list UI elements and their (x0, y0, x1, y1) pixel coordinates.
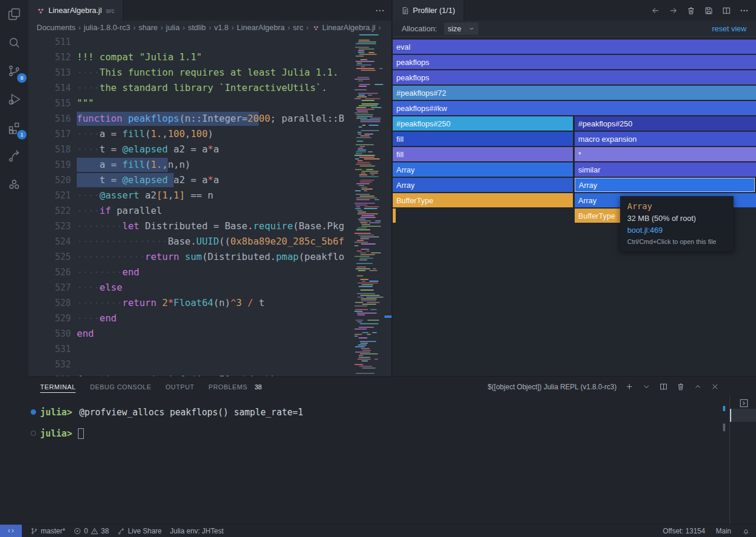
breadcrumb-item[interactable]: Documents (37, 23, 76, 32)
plus-button[interactable] (625, 382, 634, 391)
live-share-icon (117, 527, 125, 535)
terminal-list-selected-item[interactable] (730, 409, 756, 422)
code-line[interactable]: 523········let Distributed = Base.requir… (28, 219, 353, 234)
trash-icon (676, 382, 685, 391)
flame-bar-peakflops[interactable]: peakflops (393, 55, 756, 69)
terminal-title: $([object Object]) Julia REPL (v1.8.0-rc… (488, 383, 617, 391)
live-share-item[interactable]: Live Share (117, 527, 161, 535)
julia-repl-terminal-icon[interactable] (739, 398, 749, 408)
remote-indicator[interactable] (0, 525, 22, 537)
reset-view-link[interactable]: reset view (712, 24, 747, 33)
code-line[interactable]: 528········return 2*Float64(n)^3 / t (28, 295, 353, 311)
editor-more-actions-icon[interactable]: ⋯ (375, 6, 384, 15)
code-line[interactable]: 511 (28, 34, 353, 50)
activity-item-julia[interactable] (0, 170, 28, 198)
breadcrumb-item[interactable]: julia (166, 23, 180, 32)
code-line[interactable]: 512!!! compat "Julia 1.1" (28, 50, 353, 65)
code-line[interactable]: 516function peakflops(n::Integer=2000; p… (28, 111, 353, 126)
tab-terminal[interactable]: TERMINAL (40, 377, 76, 396)
git-branch-item[interactable]: master* (30, 527, 65, 535)
flame-bar--peakflops-250[interactable]: #peakflops#250 (393, 116, 573, 131)
code-line[interactable]: 531 (28, 341, 353, 357)
notifications-bell[interactable] (742, 527, 750, 535)
allocation-size-select[interactable]: size (444, 22, 478, 35)
breadcrumb-item[interactable]: share (139, 23, 158, 32)
flame-bar-peakflops-kw[interactable]: peakflops##kw (393, 101, 756, 115)
flame-bar[interactable] (393, 209, 396, 223)
code-line[interactable]: 515""" (28, 96, 353, 111)
activity-item-extensions[interactable]: 1 (0, 113, 28, 142)
code-line[interactable]: 527····else (28, 280, 353, 295)
arrow-right-button[interactable] (669, 6, 678, 15)
tab-output[interactable]: OUTPUT (165, 377, 194, 396)
arrow-left-button[interactable] (651, 6, 660, 15)
julia-env-item[interactable]: Julia env: JHTest (170, 527, 224, 535)
trash-button[interactable] (676, 382, 685, 391)
flame-bar-macro-expansion[interactable]: macro expansion (575, 132, 756, 146)
code-line[interactable]: 521····@assert a2[1,1] == n (28, 188, 353, 203)
code-line[interactable]: 525············return sum(Distributed.pm… (28, 249, 353, 265)
minimap[interactable] (353, 34, 384, 376)
breadcrumb-item[interactable]: LinearAlgebra.jl (322, 23, 375, 32)
tab-profiler[interactable]: Profiler (1/1) (393, 0, 464, 21)
trash-button[interactable] (686, 6, 696, 15)
code-line[interactable]: 519····a = fill(1.,n,n) (28, 157, 353, 173)
flame-bar-similar[interactable]: similar (575, 162, 756, 177)
tab-linearalgebra[interactable]: LinearAlgebra.jl src (28, 0, 123, 21)
close-button[interactable] (711, 382, 719, 391)
flame-bar-fill[interactable]: fill (393, 132, 573, 146)
code-line[interactable]: 518····t = @elapsed a2 = a*a (28, 142, 353, 157)
save-button[interactable] (704, 6, 713, 15)
chevron-up-button[interactable] (693, 382, 702, 391)
chevron-down-button[interactable] (642, 382, 651, 391)
activity-item-source-control[interactable]: 8 (0, 57, 28, 85)
tab-debug-console[interactable]: DEBUG CONSOLE (90, 377, 151, 396)
flame-bar-array[interactable]: Array (393, 178, 573, 192)
flame-bar--peakflops-72[interactable]: #peakflops#72 (393, 86, 756, 100)
flame-bar-array[interactable]: Array (393, 162, 573, 177)
flame-bar-peakflops[interactable]: peakflops (393, 70, 756, 84)
tooltip-file-link[interactable]: boot.jl:469 (627, 226, 726, 235)
editor-group: LinearAlgebra.jl src ⋯ Documents›julia-1… (28, 0, 392, 376)
breadcrumb-item[interactable]: julia-1.8.0-rc3 (84, 23, 131, 32)
code-line[interactable]: 532 (28, 357, 353, 372)
flame-bar-array[interactable]: Array (575, 178, 755, 192)
offset-item[interactable]: Offset: 13154 (663, 527, 705, 535)
flame-bar-buffertype[interactable]: BufferType (393, 193, 573, 207)
split-button[interactable] (722, 6, 731, 15)
tab-problems[interactable]: PROBLEMS (208, 377, 247, 396)
split-button[interactable] (659, 382, 668, 391)
code-line[interactable]: 517····a = fill(1.,100,100) (28, 126, 353, 142)
ruler-cursor-mark (384, 315, 392, 318)
code-editor[interactable]: 511512!!! compat "Julia 1.1"513····This … (28, 34, 392, 376)
breadcrumb-item[interactable]: LinearAlgebra (237, 23, 285, 32)
breadcrumb-item[interactable]: v1.8 (214, 23, 229, 32)
code-text: ········return 2*Float64(n)^3 / t (77, 295, 265, 311)
activity-item-explorer[interactable] (0, 0, 28, 28)
code-line[interactable]: 533function versioninfo(io::IO=stdout) (28, 372, 353, 376)
problems-item[interactable]: 0 38 (73, 527, 109, 535)
flame-bar-eval[interactable]: eval (393, 40, 756, 54)
code-line[interactable]: 513····This function requires at least J… (28, 65, 353, 80)
activity-item-search[interactable] (0, 28, 28, 57)
overview-ruler[interactable] (384, 34, 392, 376)
code-line[interactable]: 529····end (28, 311, 353, 326)
flame-bar--[interactable]: * (575, 147, 756, 161)
flame-bar--peakflops-250[interactable]: #peakflops#250 (575, 116, 756, 131)
breadcrumb-item[interactable]: stdlib (188, 23, 206, 32)
terminal-scrollbar[interactable] (723, 424, 725, 431)
breadcrumb-item[interactable]: src (293, 23, 303, 32)
main-item[interactable]: Main (716, 527, 731, 535)
terminal-cursor (78, 428, 84, 439)
code-line[interactable]: 530end (28, 326, 353, 341)
more-button[interactable] (739, 6, 749, 15)
code-line[interactable]: 514····the standard library `Interactive… (28, 80, 353, 96)
chevron-right-icon: › (288, 24, 290, 32)
code-line[interactable]: 522····if parallel (28, 203, 353, 219)
activity-item-live-share[interactable] (0, 142, 28, 170)
activity-item-run-debug[interactable] (0, 85, 28, 113)
code-line[interactable]: 526········end (28, 265, 353, 280)
flame-bar-fill[interactable]: fill (393, 147, 573, 161)
code-line[interactable]: 520····t = @elapsed a2 = a*a (28, 173, 353, 188)
code-line[interactable]: 524················Base.UUID((0x8ba89e20… (28, 234, 353, 249)
